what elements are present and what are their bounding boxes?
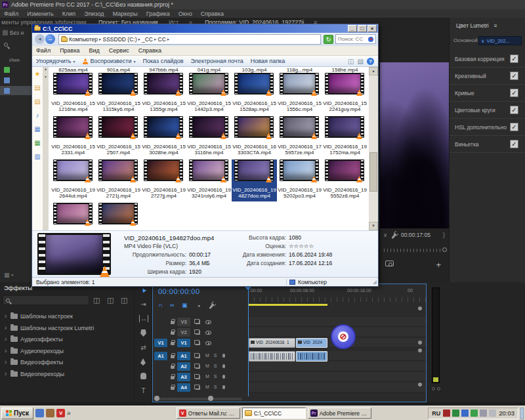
type-tool[interactable]: T [135, 387, 152, 394]
track-lane[interactable] [248, 362, 426, 371]
track-resize-knob[interactable] [418, 348, 422, 352]
explorer-menu-item[interactable]: Сервис [109, 47, 129, 54]
solo-button[interactable]: S [212, 385, 219, 389]
mic-icon[interactable] [222, 375, 225, 379]
timeline-wrench-icon[interactable] [209, 303, 214, 309]
file-label-partial[interactable]: 041g.mp4 [186, 67, 232, 73]
tray-icon[interactable] [443, 410, 450, 417]
lumetri-section[interactable]: Виньетка✓ [450, 136, 525, 153]
add-button-icon[interactable]: + [436, 260, 441, 270]
checkbox-checked[interactable]: ✓ [510, 89, 518, 97]
audio-clip-1[interactable] [249, 351, 295, 362]
program-mini-ruler[interactable] [384, 249, 442, 252]
nav-pane-icon[interactable]: ▦ [34, 126, 40, 133]
sync-lock-icon[interactable] [196, 341, 200, 345]
premiere-menu-item[interactable]: Изменить [27, 10, 54, 17]
file-item[interactable]: VID_20240616_191752ma.mp4 [322, 116, 368, 158]
taskbar-task[interactable]: VОтветы Mail.ru: Профи... [177, 408, 240, 419]
file-label-partial[interactable]: 825aaa.mp4 [51, 67, 96, 73]
lumetri-menu-icon[interactable]: ≡ [494, 22, 497, 29]
effects-bin[interactable]: ›Видеоэффекты [0, 357, 135, 368]
track-badge-v3[interactable]: V3 [177, 318, 190, 326]
lock-icon[interactable] [171, 355, 175, 358]
minimize-button[interactable]: _ [348, 25, 357, 32]
file-item[interactable]: VID_20240616_152507.mp4 [96, 116, 141, 158]
track-lane[interactable] [248, 383, 426, 392]
lumetri-section[interactable]: HSL дополнительно✓ [450, 119, 525, 136]
checkbox-checked[interactable]: ✓ [510, 106, 518, 114]
file-item[interactable]: VID_20240616_175957ze.mp4 [277, 116, 322, 158]
file-label-partial[interactable]: 947bbb.mp4 [141, 67, 186, 73]
premiere-menu-item[interactable]: Файл [4, 10, 18, 17]
maximize-button[interactable]: □ [358, 25, 367, 32]
sync-lock-icon[interactable] [196, 331, 200, 335]
quicklaunch-icon[interactable] [35, 409, 44, 417]
effects-bin[interactable]: ›Видеопереходы [0, 369, 135, 380]
file-item[interactable]: VID_20240616_195202po3.mp4 [277, 159, 322, 201]
premiere-menu-item[interactable]: Маркеры [113, 10, 138, 17]
file-item[interactable]: VID_20240616_192721j.mp4 [96, 159, 141, 201]
timeline-settings-icon[interactable]: ▣ [182, 302, 188, 308]
mic-icon[interactable] [222, 364, 225, 368]
track-badge-v1[interactable]: V1 [177, 339, 190, 347]
ripple-edit-tool[interactable]: ↔ [139, 315, 148, 322]
lumetri-section[interactable]: Креативный✓ [450, 68, 525, 85]
source-patch-v3[interactable] [154, 318, 167, 326]
source-patch-v1[interactable]: V1 [154, 339, 167, 347]
video-clip-1[interactable]: VID_20240616_1 [249, 338, 295, 348]
slip-tool[interactable]: ⇄ [135, 344, 152, 351]
mute-button[interactable]: M [204, 374, 211, 379]
twirl-down-icon[interactable]: › [5, 347, 7, 354]
files-scrollbar[interactable]: ▲ ▼ [369, 67, 378, 230]
lock-icon[interactable] [171, 366, 175, 369]
file-item[interactable]: VID_20240616_151216he.mp4 [51, 73, 96, 115]
twirl-down-icon[interactable]: › [5, 358, 7, 366]
wrench-icon[interactable] [391, 233, 396, 239]
breadcrumb-segment[interactable]: _CC [142, 36, 153, 43]
tray-icon[interactable] [452, 410, 459, 417]
scroll-down-icon[interactable]: ▼ [369, 222, 378, 230]
effects-bin[interactable]: ›Шаблоны настроек Lumetri [0, 323, 135, 334]
source-patch-a1[interactable]: A1 [154, 352, 167, 360]
breadcrumb-segment[interactable]: Компьютер [69, 36, 98, 43]
premiere-menu-item[interactable]: Клип [62, 10, 75, 17]
checkbox-checked[interactable]: ✓ [510, 140, 518, 148]
project-item[interactable] [0, 65, 32, 74]
zoom-handle-left[interactable] [154, 396, 159, 401]
explorer-menu-item[interactable]: Правка [60, 47, 79, 54]
language-indicator[interactable]: RU [432, 410, 440, 417]
project-item[interactable] [0, 86, 32, 95]
effects-search-input[interactable] [3, 295, 89, 305]
breadcrumb-segment[interactable]: SSSDDD (C:) [103, 36, 137, 43]
tray-icon[interactable] [480, 410, 487, 417]
twirl-down-icon[interactable]: › [5, 335, 7, 343]
toolbar-упорядочить[interactable]: Упорядочить▾ [36, 58, 75, 64]
lock-icon[interactable] [171, 331, 175, 335]
project-search-icon[interactable] [4, 43, 8, 47]
premiere-menu-item[interactable]: Справка [201, 10, 224, 17]
track-badge-a2[interactable]: A2 [177, 362, 190, 371]
track-badge-a1[interactable]: A1 [177, 352, 190, 360]
quicklaunch-icon[interactable] [46, 409, 54, 417]
file-item[interactable]: VID_20240616_153116he.mp4 [186, 116, 232, 158]
track-lane[interactable] [248, 372, 426, 382]
zoom-handle-right[interactable] [208, 396, 213, 401]
eye-icon[interactable] [205, 341, 211, 345]
explorer-menu-item[interactable]: Файл [36, 47, 51, 54]
sync-lock-icon[interactable] [196, 386, 200, 390]
tab-effects[interactable]: Эффекты [4, 284, 32, 291]
scrollbar-thumb[interactable] [369, 152, 377, 192]
quicklaunch-icon[interactable]: V [56, 409, 65, 417]
file-item[interactable]: VID_20240616_152241guy.mp4 [322, 73, 368, 115]
file-item[interactable]: VID_20240616_200339kpa.mp4 [96, 203, 141, 230]
back-button[interactable]: ◂ [35, 34, 45, 44]
solo-button[interactable]: S [212, 364, 219, 368]
project-view-icons[interactable]: ▦ ▪ [4, 272, 13, 278]
effects-bin[interactable]: ›Шаблоны настроек [0, 311, 135, 322]
file-item[interactable]: VID_20240616_152331.mp4 [51, 116, 96, 158]
caret-icon[interactable]: ∨ [383, 232, 387, 238]
file-item[interactable]: VID_20240616_153028he.mp4 [141, 116, 186, 158]
file-label-partial[interactable]: 103g,.mp4 [232, 67, 277, 73]
source-patch-v2[interactable] [154, 328, 167, 337]
razor-tool[interactable] [140, 329, 146, 337]
